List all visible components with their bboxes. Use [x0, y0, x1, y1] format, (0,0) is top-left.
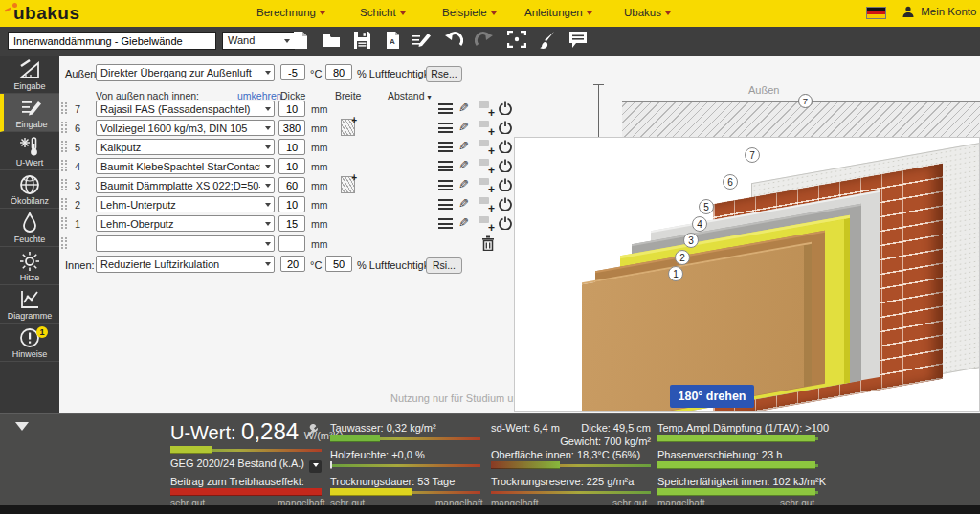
material-list-icon[interactable]: [438, 199, 453, 210]
thickness-input[interactable]: [278, 158, 305, 174]
open-folder-icon[interactable]: [320, 31, 343, 52]
app-logo[interactable]: ubakus: [13, 3, 80, 24]
sun-icon: [18, 250, 41, 273]
material-select[interactable]: Vollziegel 1600 kg/m3, DIN 105: [96, 120, 275, 136]
geg-dropdown-icon[interactable]: [309, 460, 322, 473]
toggle-layer-icon[interactable]: [499, 101, 512, 117]
drag-handle[interactable]: [61, 237, 67, 249]
spacing-header[interactable]: Abstand ▾: [388, 90, 431, 101]
insert-layer-icon[interactable]: +: [479, 216, 495, 231]
material-select[interactable]: Lehm-Unterputz: [96, 196, 275, 212]
german-flag-icon[interactable]: [866, 7, 886, 19]
rotate-180-button[interactable]: 180° drehen: [670, 385, 754, 408]
thickness-input[interactable]: [278, 215, 305, 232]
thickness-input[interactable]: [278, 139, 305, 155]
menu-beispiele[interactable]: Beispiele: [442, 7, 497, 18]
insert-layer-icon[interactable]: +: [479, 121, 495, 135]
innen-circulation-select[interactable]: Reduzierte Luftzirkulation: [96, 256, 275, 273]
wrench-icon[interactable]: [304, 424, 319, 440]
material-select[interactable]: Baumit Dämmplatte XS 022;D=50-20: [96, 177, 275, 193]
menu-anleitungen[interactable]: Anleitungen: [524, 7, 592, 18]
thickness-input[interactable]: [278, 177, 305, 193]
material-select[interactable]: Lehm-Oberputz: [96, 215, 275, 232]
insert-layer-icon[interactable]: +: [479, 197, 495, 212]
undo-icon[interactable]: [442, 31, 465, 52]
thickness-input[interactable]: [278, 196, 305, 212]
toggle-layer-icon[interactable]: [499, 197, 512, 212]
material-list-icon[interactable]: [438, 123, 453, 133]
texture-pattern-icon[interactable]: +: [341, 119, 355, 136]
toggle-layer-icon[interactable]: [499, 178, 512, 193]
edit-pencil-icon[interactable]: ✎: [458, 177, 469, 191]
edit-pencil-icon[interactable]: ✎: [458, 196, 469, 211]
sidebar-item-hitze[interactable]: Hitze: [0, 247, 59, 285]
edit-pencil-icon[interactable]: ✎: [458, 215, 469, 230]
sidebar-item-label: Eingabe: [4, 120, 59, 129]
edit-pencil-icon[interactable]: ✎: [458, 158, 469, 172]
innen-humidity-input[interactable]: [325, 256, 352, 272]
redo-icon[interactable]: [473, 31, 496, 52]
edit-pencil-icon[interactable]: ✎: [458, 139, 469, 153]
chevron-down-icon: [265, 203, 271, 207]
unit-label: mm: [311, 238, 328, 250]
thickness-input-empty[interactable]: [278, 235, 305, 252]
material-select[interactable]: Baumit KlebeSpachtel StarContact K: [96, 158, 275, 174]
sidebar-item-eingabe-1[interactable]: Eingabe: [0, 56, 59, 94]
wall-3d-preview[interactable]: 7 6 5 4 3 2 1 180° drehen: [514, 137, 980, 412]
rse-button[interactable]: Rse...: [426, 66, 462, 82]
sidebar-item-feuchte[interactable]: Feuchte: [0, 209, 59, 247]
pdf-export-icon[interactable]: A: [381, 31, 404, 52]
phasenverschiebung-label: Phasenverschiebung: 23 h: [657, 449, 782, 460]
insert-layer-icon[interactable]: +: [479, 140, 495, 154]
toggle-layer-icon[interactable]: [499, 159, 512, 174]
unit-label: mm: [311, 123, 328, 134]
menu-berechnung[interactable]: Berechnung: [256, 7, 325, 18]
menu-schicht[interactable]: Schicht: [360, 7, 406, 18]
layer-marker-2: 2: [675, 250, 690, 265]
menu-ubakus[interactable]: Ubakus: [624, 7, 671, 18]
chevron-down-icon: [665, 11, 671, 15]
texture-pattern-icon[interactable]: +: [341, 176, 355, 193]
collapse-panel-icon[interactable]: [15, 422, 29, 431]
material-list-icon[interactable]: [438, 180, 453, 190]
material-select-empty[interactable]: [96, 235, 275, 252]
comment-icon[interactable]: [567, 31, 590, 52]
toggle-layer-icon[interactable]: [499, 140, 512, 155]
account-menu[interactable]: Mein Konto: [902, 6, 976, 18]
sidebar-item-eingabe-2[interactable]: Eingabe: [0, 94, 59, 132]
material-list-icon[interactable]: [438, 218, 453, 229]
fit-screen-icon[interactable]: [505, 31, 528, 52]
layer-marker-6: 6: [723, 174, 738, 190]
project-name-input[interactable]: [8, 32, 216, 50]
aussen-temperature-input[interactable]: [280, 64, 305, 80]
edit-pencil-icon[interactable]: ✎: [458, 120, 469, 134]
toggle-layer-icon[interactable]: [499, 121, 512, 136]
sidebar-item-diagramme[interactable]: Diagramme: [0, 285, 59, 324]
insert-layer-icon[interactable]: +: [479, 159, 495, 173]
material-select[interactable]: Kalkputz: [96, 139, 275, 155]
thickness-input[interactable]: [278, 101, 305, 117]
paint-brush-icon[interactable]: [536, 31, 559, 52]
sidebar-item-hinweise[interactable]: 1 Hinweise: [0, 324, 59, 362]
insert-layer-icon[interactable]: +: [479, 178, 495, 192]
aussen-transition-select[interactable]: Direkter Übergang zur Außenluft: [96, 64, 275, 81]
rsi-button[interactable]: Rsi...: [426, 257, 462, 274]
material-list-icon[interactable]: [438, 161, 453, 171]
component-type-select[interactable]: Wand: [222, 32, 295, 50]
aussen-humidity-input[interactable]: [325, 64, 352, 80]
sidebar-item-u-wert[interactable]: U-Wert: [0, 132, 59, 170]
material-list-icon[interactable]: [438, 142, 453, 152]
sidebar-item-oekobilanz[interactable]: Ökobilanz: [0, 170, 59, 209]
toggle-layer-icon[interactable]: [499, 216, 512, 232]
insert-layer-icon[interactable]: +: [479, 101, 495, 116]
chevron-down-icon: [587, 11, 592, 15]
edit-pencil-icon[interactable]: ✎: [458, 101, 469, 115]
save-icon[interactable]: [350, 31, 373, 52]
material-select[interactable]: Rajasil FAS (Fassadenspachtel): [96, 101, 275, 117]
trash-icon[interactable]: [481, 235, 495, 253]
innen-temperature-input[interactable]: [280, 256, 305, 272]
material-list-icon[interactable]: [438, 103, 453, 114]
sign-icon[interactable]: [410, 31, 433, 52]
new-file-icon[interactable]: [289, 31, 312, 52]
thickness-input[interactable]: [278, 120, 305, 136]
